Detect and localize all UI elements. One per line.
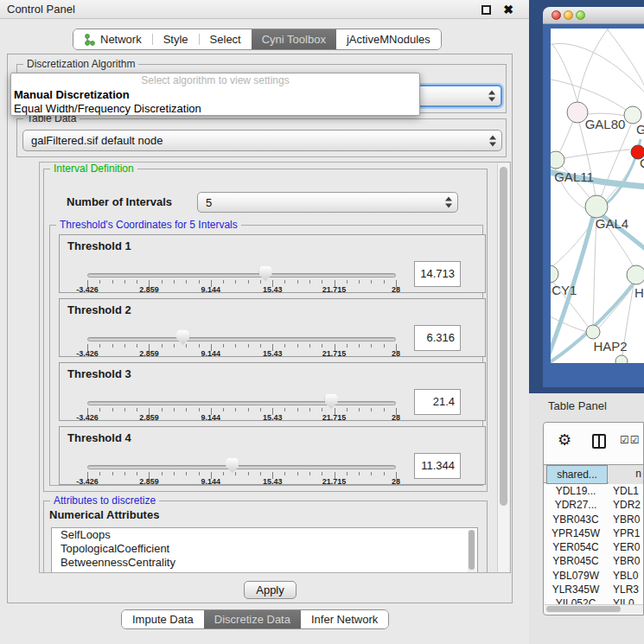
slider-thumb[interactable]: [176, 330, 189, 345]
network-node[interactable]: [585, 195, 608, 218]
column-header-name[interactable]: n: [609, 465, 644, 484]
tab-style-label: Style: [163, 33, 188, 46]
cell-shared-name: YBR045C: [544, 554, 608, 568]
number-of-intervals-combobox[interactable]: 5: [197, 192, 458, 213]
tab-infer-network[interactable]: Infer Network: [301, 610, 388, 628]
network-edge[interactable]: [559, 121, 573, 153]
cell-name: YDL1: [608, 484, 639, 498]
tick-label: 9.144: [201, 349, 221, 358]
gear-icon[interactable]: ⚙: [558, 430, 571, 450]
tick-label: -3.426: [76, 349, 99, 358]
threshold-value-field[interactable]: 6.316: [414, 325, 461, 351]
network-edge[interactable]: [593, 218, 596, 325]
tick-label: 28: [392, 477, 400, 486]
tab-jactivemnodules[interactable]: jActiveMNodules: [336, 29, 441, 49]
table-row[interactable]: YBR043CYBR0: [544, 513, 644, 526]
threshold-value-field[interactable]: 11.344: [414, 453, 461, 479]
cell-shared-name: YIL052C: [544, 596, 608, 604]
network-window-titlebar: [543, 7, 644, 24]
network-edge[interactable]: [577, 29, 613, 102]
slider-thumb[interactable]: [325, 394, 338, 409]
table-hscrollbar[interactable]: [545, 604, 643, 613]
attribute-item[interactable]: SelfLoops: [52, 528, 477, 542]
network-node[interactable]: [627, 265, 644, 284]
network-edge[interactable]: [579, 123, 596, 196]
split-columns-icon[interactable]: [592, 434, 606, 449]
popup-option-manual[interactable]: Manual Discretization: [11, 88, 419, 102]
table-row[interactable]: YDL19...YDL1: [544, 484, 644, 498]
slider-tick-labels: -3.4262.8599.14415.4321.71528: [87, 477, 396, 486]
network-edge[interactable]: [551, 43, 644, 96]
slider-thumb[interactable]: [226, 458, 239, 473]
threshold-row: Threshold 1-3.4262.8599.14415.4321.71528…: [59, 234, 486, 293]
settings-scrollbar-thumb[interactable]: [500, 167, 507, 506]
tick-label: 9.144: [201, 413, 221, 422]
tab-network[interactable]: Network: [73, 29, 152, 49]
table-row[interactable]: YBL079WYBL0: [544, 569, 644, 583]
network-edge[interactable]: [551, 79, 627, 111]
table-hscrollbar-thumb[interactable]: [546, 606, 621, 612]
zoom-traffic-light[interactable]: [576, 10, 585, 20]
threshold-value-field[interactable]: 14.713: [414, 261, 461, 287]
tick-label: -3.426: [76, 413, 99, 422]
algorithm-popup: Select algorithm to view settings Manual…: [10, 73, 420, 116]
table-row[interactable]: YIL052CYIL0: [544, 596, 644, 604]
tab-style[interactable]: Style: [153, 29, 199, 49]
table-row[interactable]: YBR045CYBR0: [544, 554, 644, 568]
table-row[interactable]: YPR145WYPR1: [544, 526, 644, 540]
table-panel-area: Table Panel ⚙ ☑☑ shared... n YDL19...YDL…: [529, 393, 644, 644]
cyni-toolbox-panel: Discretization Algorithm Table Data galF…: [7, 54, 513, 603]
network-icon: [84, 34, 95, 46]
network-node[interactable]: [615, 355, 628, 363]
table-data-combobox[interactable]: galFiltered.sif default node: [22, 130, 502, 151]
network-edge[interactable]: [552, 44, 577, 102]
slider-track[interactable]: [87, 337, 396, 341]
network-node-label: H: [634, 285, 644, 300]
network-graph: GAL80GACGAL11GAL4GCY1HHAP2: [551, 29, 644, 363]
numerical-attributes-list[interactable]: SelfLoopsTopologicalCoefficientBetweenne…: [51, 527, 478, 573]
slider-track[interactable]: [87, 273, 396, 277]
slider-track[interactable]: [87, 465, 396, 469]
float-icon[interactable]: [481, 5, 491, 15]
apply-button[interactable]: Apply: [244, 581, 296, 599]
network-node[interactable]: [551, 265, 558, 283]
close-icon[interactable]: ✖: [503, 2, 513, 17]
column-header-shared-name[interactable]: shared...: [546, 465, 608, 484]
attribute-item[interactable]: TopologicalCoefficient: [52, 542, 477, 556]
combo-stepper-icon: [445, 197, 452, 208]
table-rows: YDL19...YDL1YDR27...YDR2YBR043CYBR0YPR14…: [544, 484, 644, 604]
network-node-label: GAL80: [585, 117, 626, 131]
popup-option-equal-width[interactable]: Equal Width/Frequency Discretization: [11, 102, 419, 116]
tab-impute-data[interactable]: Impute Data: [122, 610, 204, 628]
tick-label: 15.43: [263, 413, 283, 422]
control-panel-titlebar: Control Panel ✖: [0, 0, 529, 19]
tab-cyni-toolbox[interactable]: Cyni Toolbox: [252, 29, 336, 49]
network-canvas[interactable]: GAL80GACGAL11GAL4GCY1HHAP2: [551, 29, 644, 363]
tab-select[interactable]: Select: [200, 29, 252, 49]
settings-scrollbar[interactable]: [497, 163, 509, 573]
network-node[interactable]: [551, 151, 564, 169]
threshold-value-field[interactable]: 21.4: [414, 389, 461, 415]
network-node[interactable]: [586, 325, 600, 339]
slider-thumb[interactable]: [259, 266, 272, 281]
tick-label: 21.715: [322, 413, 347, 422]
cell-shared-name: YDR27...: [544, 498, 608, 512]
network-edge[interactable]: [564, 150, 630, 158]
tick-label: 21.715: [322, 477, 347, 486]
attribute-item[interactable]: BetweennessCentrality: [52, 556, 477, 570]
slider-track[interactable]: [87, 401, 396, 405]
control-panel: Control Panel ✖ Network Style Select Cyn…: [0, 0, 529, 644]
combo-stepper-icon: [489, 135, 496, 146]
tick-label: 21.715: [322, 349, 347, 358]
tab-discretize-data[interactable]: Discretize Data: [204, 610, 301, 628]
attributes-scrollbar-thumb[interactable]: [469, 530, 475, 570]
table-row[interactable]: YLR345WYLR3: [544, 583, 644, 596]
table-row[interactable]: YDR27...YDR2: [544, 498, 644, 512]
network-node[interactable]: [624, 106, 641, 124]
minimize-traffic-light[interactable]: [564, 10, 573, 20]
checkbox-icons[interactable]: ☑☑: [620, 434, 641, 446]
table-row[interactable]: YER054CYER0: [544, 540, 644, 554]
attributes-scrollbar[interactable]: [468, 530, 475, 573]
close-traffic-light[interactable]: [552, 10, 561, 20]
network-edge[interactable]: [588, 113, 625, 116]
